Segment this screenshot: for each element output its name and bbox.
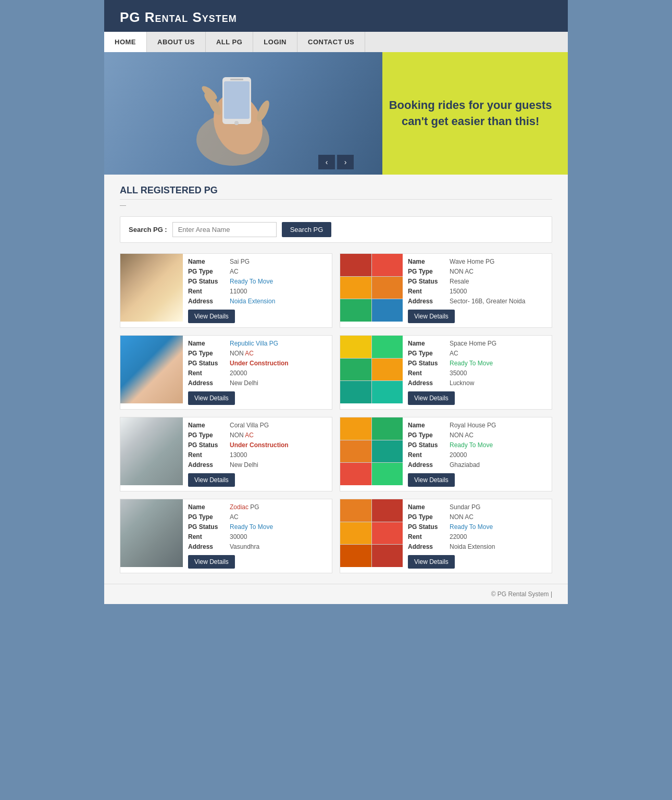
value-name-sundar: Sundar PG — [450, 503, 480, 511]
value-address-coral: New Delhi — [230, 461, 258, 469]
view-details-coral[interactable]: View Details — [188, 473, 235, 487]
nav-about[interactable]: ABOUT US — [147, 32, 206, 52]
pg-card-image-space — [340, 336, 403, 403]
info-row-address-wave: Address Sector- 16B, Greater Noida — [408, 298, 546, 305]
value-name-space: Space Home PG — [450, 340, 496, 347]
value-status-sundar: Ready To Move — [450, 523, 493, 531]
value-type-space: AC — [450, 350, 458, 357]
nav-home[interactable]: HOME — [104, 32, 147, 52]
label-address-royal: Address — [408, 461, 450, 469]
value-type-sai: AC — [230, 268, 239, 275]
value-rent-zodiac: 30000 — [230, 533, 247, 540]
value-rent-space: 35000 — [450, 370, 467, 377]
pg-card-info-royal: Name Royal House PG PG Type NON AC PG St… — [403, 417, 552, 491]
label-address-sundar: Address — [408, 543, 450, 550]
banner-heading: Booking rides for your guests can't get … — [383, 97, 557, 130]
value-rent-sai: 11000 — [230, 288, 247, 295]
label-rent-space: Rent — [408, 370, 450, 377]
banner-illustration — [186, 61, 301, 166]
view-details-republic[interactable]: View Details — [188, 391, 235, 405]
view-details-royal[interactable]: View Details — [408, 473, 455, 487]
view-details-zodiac[interactable]: View Details — [188, 555, 235, 569]
value-status-republic: Under Construction — [230, 360, 289, 367]
value-address-royal: Ghaziabad — [450, 461, 480, 469]
value-type-sundar: NON AC — [450, 513, 474, 521]
pg-grid: Name Sai PG PG Type AC PG Status Ready T… — [120, 253, 552, 573]
value-type-coral: NON AC — [230, 432, 254, 439]
label-name: Name — [188, 258, 230, 265]
value-name-royal: Royal House PG — [450, 422, 496, 429]
info-row-status: PG Status Ready To Move — [188, 278, 327, 285]
value-address-republic: New Delhi — [230, 379, 258, 387]
view-details-sai[interactable]: View Details — [188, 310, 235, 323]
nav-login[interactable]: LOGIN — [253, 32, 297, 52]
value-name-wave: Wave Home PG — [450, 258, 494, 265]
svg-rect-4 — [230, 79, 243, 80]
value-name-sai: Sai PG — [230, 258, 250, 265]
banner-text-box: Booking rides for your guests can't get … — [373, 52, 568, 175]
value-name-republic: Republic Villa PG — [230, 340, 278, 347]
section-subtitle: — — [120, 202, 552, 209]
label-pgtype: PG Type — [188, 268, 230, 275]
value-rent-sundar: 22000 — [450, 533, 467, 540]
info-row-name-wave: Name Wave Home PG — [408, 258, 546, 265]
info-row-rent: Rent 11000 — [188, 288, 327, 295]
label-pgstatus-royal: PG Status — [408, 441, 450, 449]
banner-controls: ‹ › — [318, 155, 354, 169]
nav-allpg[interactable]: ALL PG — [206, 32, 253, 52]
label-address-space: Address — [408, 379, 450, 387]
pg-card-royal: Name Royal House PG PG Type NON AC PG St… — [340, 417, 552, 491]
view-details-wave[interactable]: View Details — [408, 310, 455, 323]
banner-prev-button[interactable]: ‹ — [318, 155, 335, 169]
value-address-sundar: Noida Extension — [450, 543, 495, 550]
value-status-wave: Resale — [450, 278, 469, 285]
pg-card-image-coral — [120, 417, 183, 485]
pg-card-image-zodiac — [120, 499, 183, 567]
label-pgstatus-sundar: PG Status — [408, 523, 450, 531]
nav-contact[interactable]: CONTACT US — [297, 32, 365, 52]
label-pgstatus-space: PG Status — [408, 360, 450, 367]
svg-point-5 — [234, 121, 239, 125]
label-pgtype-coral: PG Type — [188, 432, 230, 439]
label-pgstatus-wave: PG Status — [408, 278, 450, 285]
hero-banner: Booking rides for your guests can't get … — [104, 52, 568, 175]
value-type-wave: NON AC — [450, 268, 474, 275]
label-address-republic: Address — [188, 379, 230, 387]
value-rent-republic: 20000 — [230, 370, 247, 377]
search-input[interactable] — [172, 222, 277, 237]
pg-card-info-zodiac: Name Zodiac PG PG Type AC PG Status Read… — [183, 499, 332, 573]
label-pgstatus-zodiac: PG Status — [188, 523, 230, 531]
pg-card-coral: Name Coral Villa PG PG Type NON AC PG St… — [120, 417, 332, 491]
info-row-name: Name Sai PG — [188, 258, 327, 265]
pg-card-sai: Name Sai PG PG Type AC PG Status Ready T… — [120, 253, 332, 328]
value-type-zodiac: AC — [230, 513, 239, 521]
value-rent-wave: 15000 — [450, 288, 467, 295]
label-name-wave: Name — [408, 258, 450, 265]
label-pgtype-sundar: PG Type — [408, 513, 450, 521]
value-type-republic: NON AC — [230, 350, 254, 357]
pg-card-info-coral: Name Coral Villa PG PG Type NON AC PG St… — [183, 417, 332, 491]
view-details-space[interactable]: View Details — [408, 391, 455, 405]
site-title: PG Rental System — [120, 9, 237, 25]
value-address-wave: Sector- 16B, Greater Noida — [450, 298, 525, 305]
pg-card-zodiac: Name Zodiac PG PG Type AC PG Status Read… — [120, 499, 332, 573]
info-row-rent-wave: Rent 15000 — [408, 288, 546, 295]
info-row-status-wave: PG Status Resale — [408, 278, 546, 285]
banner-next-button[interactable]: › — [337, 155, 354, 169]
label-name-zodiac: Name — [188, 503, 230, 511]
pg-card-image-sai — [120, 254, 183, 322]
info-row-type-wave: PG Type NON AC — [408, 268, 546, 275]
label-address-wave: Address — [408, 298, 450, 305]
value-name-coral: Coral Villa PG — [230, 422, 269, 429]
label-pgtype-wave: PG Type — [408, 268, 450, 275]
label-pgstatus-coral: PG Status — [188, 441, 230, 449]
pg-card-info-wave: Name Wave Home PG PG Type NON AC PG Stat… — [403, 254, 552, 327]
view-details-sundar[interactable]: View Details — [408, 555, 455, 569]
value-rent-coral: 13000 — [230, 451, 247, 459]
value-address-space: Lucknow — [450, 379, 474, 387]
search-button[interactable]: Search PG — [282, 222, 332, 237]
label-pgtype-republic: PG Type — [188, 350, 230, 357]
header: PG Rental System — [104, 0, 568, 32]
label-rent-wave: Rent — [408, 288, 450, 295]
value-status-space: Ready To Move — [450, 360, 493, 367]
